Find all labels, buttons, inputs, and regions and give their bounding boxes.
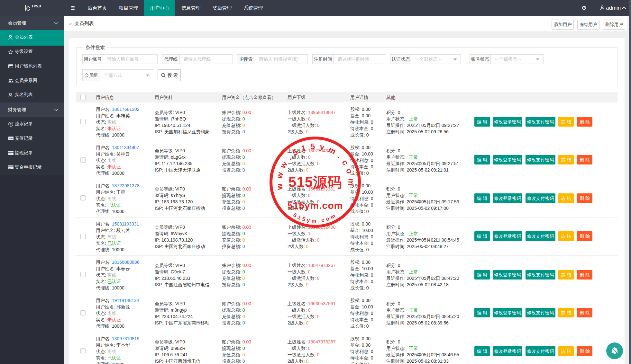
svg-text:515源码: 515源码	[288, 174, 342, 190]
svg-text:PayPal: PayPal	[9, 138, 13, 139]
svg-text:515ym.com: 515ym.com	[288, 200, 343, 211]
